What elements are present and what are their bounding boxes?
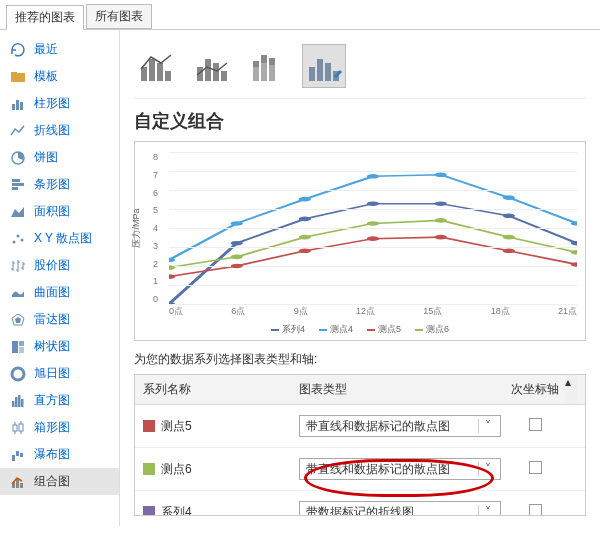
sidebar-item-waterfall[interactable]: 瀑布图 [0,441,119,468]
content-title: 自定义组合 [134,109,586,133]
svg-point-9 [13,240,16,243]
sidebar-label: X Y 散点图 [34,230,92,247]
recent-icon [10,42,26,58]
y-axis: 8 7 6 5 4 3 2 1 0 [153,152,158,304]
svg-point-54 [299,217,311,222]
sidebar-item-radar[interactable]: 雷达图 [0,306,119,333]
sidebar-item-treemap[interactable]: 树状图 [0,333,119,360]
sidebar-label: 旭日图 [34,365,70,382]
sidebar-item-surface[interactable]: 曲面图 [0,279,119,306]
sidebar-label: 最近 [34,41,58,58]
svg-rect-22 [13,425,17,431]
sidebar-label: 树状图 [34,338,70,355]
svg-point-55 [367,201,379,206]
subtype-custom[interactable] [302,44,346,88]
sidebar-item-area[interactable]: 面积图 [0,198,119,225]
subtype-clustered-line[interactable] [134,44,178,88]
sidebar-label: 雷达图 [34,311,70,328]
svg-rect-20 [18,395,21,407]
svg-rect-45 [261,55,267,63]
sidebar-item-box[interactable]: 箱形图 [0,414,119,441]
series-swatch [143,506,155,515]
subtype-clustered-line2[interactable] [190,44,234,88]
svg-rect-30 [20,453,23,457]
svg-rect-49 [317,59,323,81]
svg-point-11 [21,238,24,241]
sidebar-item-recent[interactable]: 最近 [0,36,119,63]
svg-rect-2 [12,104,15,110]
svg-point-61 [299,197,311,202]
sidebar-item-sunburst[interactable]: 旭日图 [0,360,119,387]
svg-rect-46 [269,65,275,81]
tab-bar: 推荐的图表 所有图表 [0,0,600,30]
svg-point-62 [367,174,379,179]
sidebar-item-stock[interactable]: 股价图 [0,252,119,279]
secondary-axis-checkbox[interactable] [529,504,542,515]
svg-point-70 [435,235,447,240]
svg-rect-6 [12,179,20,182]
chart-type-select[interactable]: 带数据标记的折线图˅ [299,501,501,515]
svg-rect-14 [12,341,18,353]
svg-rect-1 [11,72,17,75]
svg-point-59 [169,258,175,263]
sidebar-label: 柱形图 [34,95,70,112]
chart-type-sidebar: 最近 模板 柱形图 折线图 饼图 条形图 面积图 X Y 散点图 股价图 曲面图… [0,30,120,526]
svg-rect-21 [21,399,24,407]
sidebar-label: 条形图 [34,176,70,193]
svg-point-10 [17,234,20,237]
svg-rect-19 [15,397,18,407]
series-name: 测点6 [161,461,192,478]
sidebar-label: 曲面图 [34,284,70,301]
scroll-up[interactable]: ▴ [565,375,577,404]
svg-point-66 [169,274,175,279]
svg-point-74 [231,255,243,260]
series-name: 测点5 [161,418,192,435]
series-grid-header: 系列名称 图表类型 次坐标轴 ▴ [135,375,585,405]
svg-rect-37 [165,71,171,81]
svg-rect-34 [141,67,147,81]
secondary-axis-checkbox[interactable] [529,418,542,431]
svg-rect-8 [12,187,18,190]
svg-rect-50 [325,63,331,81]
svg-rect-47 [269,58,275,65]
sidebar-item-combo[interactable]: 组合图 [0,468,119,495]
sidebar-item-template[interactable]: 模板 [0,63,119,90]
subtype-stacked-line[interactable] [246,44,290,88]
series-row: 测点5 带直线和数据标记的散点图˅ [135,405,585,448]
series-swatch [143,463,155,475]
plot-area [169,152,577,304]
svg-point-76 [367,221,379,226]
series-row: 测点6 带直线和数据标记的散点图˅ [135,448,585,491]
sunburst-icon [10,366,26,382]
subtype-row [134,40,586,99]
sidebar-item-scatter[interactable]: X Y 散点图 [0,225,119,252]
sidebar-item-pie[interactable]: 饼图 [0,144,119,171]
secondary-axis-checkbox[interactable] [529,461,542,474]
svg-rect-4 [20,102,23,110]
series-name: 系列4 [161,504,192,516]
sidebar-label: 模板 [34,68,58,85]
chevron-down-icon: ˅ [478,505,496,515]
sidebar-label: 折线图 [34,122,70,139]
svg-point-60 [231,221,243,226]
svg-point-71 [503,249,515,254]
radar-icon [10,312,26,328]
svg-rect-43 [253,61,259,67]
svg-point-78 [503,235,515,240]
svg-rect-42 [253,67,259,81]
chart-type-select[interactable]: 带直线和数据标记的散点图˅ [299,458,501,480]
sidebar-item-line[interactable]: 折线图 [0,117,119,144]
line-icon [10,123,26,139]
sidebar-label: 瀑布图 [34,446,70,463]
svg-rect-36 [157,63,163,81]
chart-type-select[interactable]: 带直线和数据标记的散点图˅ [299,415,501,437]
sidebar-item-bar[interactable]: 条形图 [0,171,119,198]
sidebar-item-histogram[interactable]: 直方图 [0,387,119,414]
tab-recommended[interactable]: 推荐的图表 [6,5,84,30]
svg-point-57 [503,214,515,219]
sidebar-label: 股价图 [34,257,70,274]
sidebar-item-column[interactable]: 柱形图 [0,90,119,117]
scatter-icon [10,231,26,247]
sidebar-label: 组合图 [34,473,70,490]
tab-all[interactable]: 所有图表 [86,4,152,29]
